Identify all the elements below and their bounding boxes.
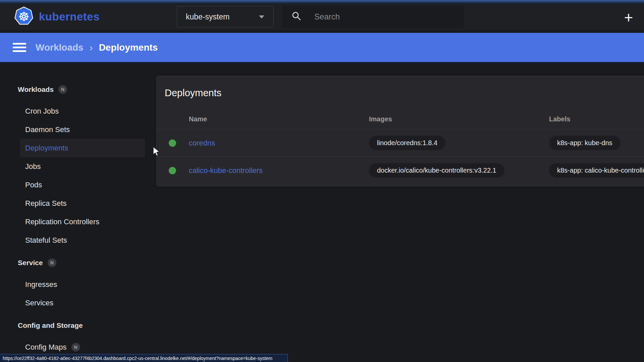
namespaced-badge: N [71,343,80,352]
sidebar-item-label: Jobs [25,162,41,171]
sidebar-item-label: Config and Storage [18,321,83,329]
search-icon [291,11,302,22]
sidebar-header-config-and-storage: Config and Storage [18,316,145,335]
label-chip: k8s-app: calico-kube-controllers [549,163,644,178]
sidebar-item-config-maps[interactable]: Config Maps N [20,338,145,356]
sidebar-item-label: Cron Jobs [25,107,59,116]
search-bar[interactable] [282,6,464,28]
kubernetes-helm-icon: ☸ [14,6,34,27]
link-preview-statusbar: https://ce22ff32-4a80-4182-a0ec-43277f4b… [0,354,288,362]
breadcrumb-current: Deployments [99,42,158,53]
namespace-selector[interactable]: kube-system [177,6,273,27]
window-top-strip [0,0,644,3]
sidebar-item-ingresses[interactable]: Ingresses [20,275,145,294]
top-app-bar: ☸ kubernetes kube-system + [0,3,644,30]
image-chip: linode/coredns:1.8.4 [369,136,445,150]
deployment-link-calico-kube-controllers[interactable]: calico-kube-controllers [189,166,263,175]
table-row: coredns linode/coredns:1.8.4 k8s-app: ku… [156,129,644,157]
link-preview-url: https://ce22ff32-4a80-4182-a0ec-43277f4b… [3,356,272,361]
breadcrumb-workloads[interactable]: Workloads [36,42,84,53]
sidebar-item-stateful-sets[interactable]: Stateful Sets [20,231,145,249]
sidebar-item-label: Ingresses [25,280,57,289]
status-running-icon [169,167,176,174]
create-resource-button[interactable]: + [619,8,638,27]
sidebar-item-label: Config Maps [25,343,67,352]
sidebar-nav: Workloads N Cron Jobs Daemon Sets Deploy… [0,65,155,362]
column-header-images: Images [369,115,549,123]
label-chip: k8s-app: kube-dns [549,136,621,150]
sidebar-item-label: Replica Sets [25,199,67,208]
sidebar-item-replica-sets[interactable]: Replica Sets [20,194,145,213]
table-row: calico-kube-controllers docker.io/calico… [156,157,644,184]
breadcrumb: Workloads › Deployments [36,42,158,53]
breadcrumb-bar: Workloads › Deployments [0,33,644,64]
sidebar-item-cron-jobs[interactable]: Cron Jobs [20,102,145,120]
namespaced-badge: N [58,85,67,94]
sidebar-item-jobs[interactable]: Jobs [20,157,145,176]
sidebar-item-daemon-sets[interactable]: Daemon Sets [20,120,145,139]
status-running-icon [169,139,176,147]
menu-hamburger-icon[interactable] [13,41,26,54]
namespace-value: kube-system [186,12,229,21]
kubernetes-logo[interactable]: ☸ kubernetes [14,6,100,27]
namespaced-badge: N [48,258,56,267]
sidebar-item-label: Services [25,299,53,307]
sidebar-item-label: Workloads [18,85,54,94]
sidebar-item-label: Replication Controllers [25,218,99,226]
deployments-card: Deployments Name Images Labels coredns l… [156,75,644,187]
table-header-row: Name Images Labels [156,109,644,129]
sidebar-item-deployments[interactable]: Deployments [20,139,145,157]
search-input[interactable] [314,12,454,21]
image-chip: docker.io/calico/kube-controllers:v3.22.… [369,163,504,178]
sidebar-item-label: Daemon Sets [25,125,70,134]
chevron-down-icon [259,15,264,18]
sidebar-item-label: Deployments [25,144,68,153]
sidebar-item-label: Stateful Sets [25,236,67,245]
svg-text:☸: ☸ [18,9,30,24]
brand-title: kubernetes [39,10,100,23]
sidebar-item-service[interactable]: Service N [18,253,145,272]
column-header-name: Name [189,115,369,123]
sidebar-item-replication-controllers[interactable]: Replication Controllers [20,213,145,231]
breadcrumb-separator-icon: › [90,42,93,53]
deployment-link-coredns[interactable]: coredns [189,139,215,147]
sidebar-item-label: Pods [25,181,42,189]
sidebar-item-workloads[interactable]: Workloads N [18,80,145,99]
column-header-labels: Labels [549,115,644,123]
card-title: Deployments [156,75,644,99]
sidebar-item-services[interactable]: Services [20,294,145,312]
sidebar-item-pods[interactable]: Pods [20,176,145,194]
sidebar-item-label: Service [18,259,43,267]
